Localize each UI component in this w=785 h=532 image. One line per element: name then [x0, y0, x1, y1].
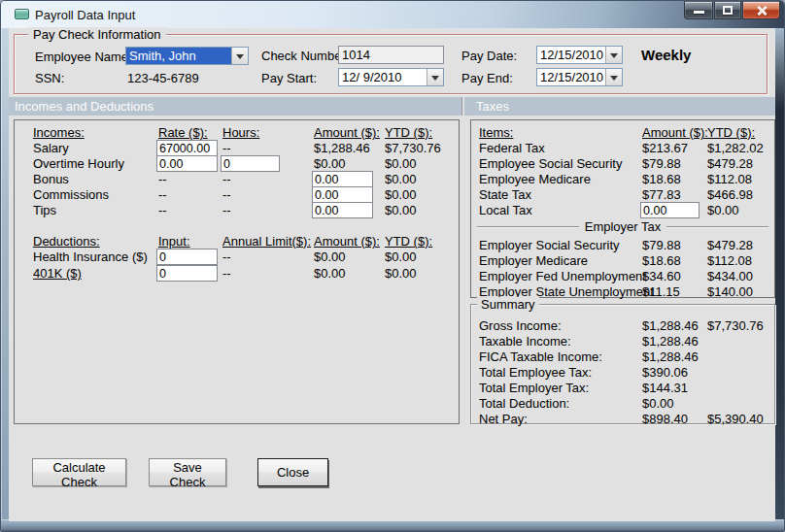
taxes-section-title: Taxes [476, 99, 509, 114]
check-number-label: Check Number: [261, 49, 349, 63]
ytd-col-header: YTD ($): [385, 125, 432, 140]
salary-rate-input[interactable] [156, 140, 218, 156]
employee-medicare-ytd: $112.08 [707, 172, 752, 186]
health-insurance-input[interactable] [156, 249, 218, 265]
net-pay-label: Net Pay: [479, 412, 528, 426]
close-button[interactable]: Close [257, 458, 328, 486]
health-insurance-limit: -- [222, 249, 231, 264]
paycheck-group-label: Pay Check Information [28, 27, 166, 42]
overtime-amount: $0.00 [314, 156, 346, 171]
dropdown-arrow-icon[interactable] [605, 47, 622, 63]
check-number-field[interactable] [338, 46, 444, 64]
total-employer-tax-label: Total Employer Tax: [479, 381, 589, 395]
401k-label[interactable]: 401K ($) [33, 266, 82, 281]
bonus-ytd: $0.00 [385, 172, 417, 186]
employee-name-label: Employee Name: [35, 50, 132, 64]
total-deduction-amount: $0.00 [642, 396, 674, 411]
401k-ytd: $0.00 [385, 266, 417, 281]
employer-medicare-amount: $18.68 [642, 253, 681, 268]
total-deduction-label: Total Deduction: [479, 396, 569, 411]
bonus-label: Bonus [33, 172, 69, 186]
commissions-hours: -- [222, 187, 231, 202]
minimize-button[interactable] [684, 1, 713, 19]
overtime-label: Overtime Hourly [33, 156, 124, 171]
section-band-divider [461, 97, 464, 116]
commissions-amount-input[interactable] [312, 186, 373, 203]
pay-date-picker[interactable]: 12/15/2010 [536, 46, 623, 64]
title-bar[interactable]: Payroll Data Input [1, 1, 785, 28]
total-employer-tax-amount: $144.31 [642, 381, 688, 395]
employee-medicare-label: Employee Medicare [479, 172, 591, 186]
employer-state-unemployment-amount: $11.15 [642, 284, 680, 299]
tips-hours: -- [222, 203, 231, 217]
employee-ss-row: Employee Social Security $79.88 $479.28 [471, 156, 774, 172]
401k-input[interactable] [156, 265, 218, 282]
dropdown-arrow-icon[interactable] [605, 69, 622, 85]
employee-medicare-row: Employee Medicare $18.68 $112.08 [471, 172, 774, 187]
maximize-button[interactable] [714, 1, 741, 19]
employer-ss-amount: $79.88 [642, 238, 681, 252]
deductions-header-row: Deductions: Input: Annual Limit($): Amou… [15, 234, 459, 249]
401k-row: 401K ($) -- $0.00 $0.00 [15, 266, 459, 282]
fica-taxable-income-label: FICA Taxable Income: [479, 349, 602, 364]
tips-amount-input[interactable] [312, 202, 373, 218]
bonus-amount-input[interactable] [312, 171, 373, 187]
bonus-rate: -- [158, 172, 167, 186]
pay-start-label: Pay Start: [261, 71, 317, 85]
employer-fed-unemployment-row: Employer Fed Unemployment $34.60 $434.00 [471, 269, 774, 284]
employer-fed-unemployment-amount: $34.60 [642, 269, 681, 283]
tax-ytd-col-header: YTD ($): [707, 125, 755, 140]
dropdown-arrow-icon[interactable] [427, 69, 443, 85]
window-title: Payroll Data Input [35, 8, 135, 22]
employer-medicare-row: Employer Medicare $18.68 $112.08 [471, 253, 774, 269]
total-employee-tax-label: Total Employee Tax: [479, 365, 592, 380]
employer-tax-heading: Employer Tax [585, 219, 662, 234]
close-window-button[interactable] [742, 1, 780, 19]
taxable-income-label: Taxable Income: [479, 334, 571, 349]
gross-income-row: Gross Income: $1,288.46 $7,730.76 [471, 318, 774, 334]
deductions-col-header: Deductions: [33, 234, 100, 249]
employee-medicare-amount: $18.68 [642, 172, 681, 186]
summary-group: Summary Gross Income: $1,288.46 $7,730.7… [470, 304, 775, 424]
pay-frequency-label: Weekly [641, 47, 691, 63]
ded-ytd-col-header: YTD ($): [385, 234, 432, 249]
bonus-hours: -- [222, 172, 231, 186]
calculate-check-button[interactable]: Calculate Check [32, 458, 126, 486]
state-tax-amount: $77.83 [642, 187, 681, 202]
pay-start-value: 12/ 9/2010 [339, 69, 427, 85]
local-tax-input[interactable] [640, 202, 700, 218]
federal-tax-amount: $213.67 [642, 141, 688, 155]
tips-label: Tips [33, 203, 56, 217]
employer-medicare-label: Employer Medicare [479, 253, 588, 268]
pay-start-picker[interactable]: 12/ 9/2010 [338, 68, 444, 86]
salary-row: Salary -- $1,288.46 $7,730.76 [15, 141, 459, 156]
incomes-col-header: Incomes: [33, 125, 85, 140]
employee-ss-label: Employee Social Security [479, 156, 622, 171]
employer-ss-ytd: $479.28 [707, 238, 753, 252]
rate-col-header: Rate ($): [158, 125, 208, 140]
items-col-header: Items: [479, 125, 513, 140]
employee-name-combobox[interactable]: Smith, John [125, 47, 249, 65]
net-pay-row: Net Pay: $898.40 $5,390.40 [471, 412, 774, 427]
state-tax-label: State Tax [479, 187, 531, 202]
tips-rate: -- [158, 203, 167, 217]
incomes-header-row: Incomes: Rate ($): Hours: Amount ($): YT… [15, 125, 459, 141]
overtime-rate-input[interactable] [156, 155, 218, 172]
dropdown-arrow-icon[interactable] [231, 48, 248, 64]
close-icon [756, 6, 768, 16]
health-insurance-ytd: $0.00 [385, 249, 417, 264]
local-tax-row: Local Tax $0.00 [471, 203, 774, 218]
pay-date-label: Pay Date: [461, 49, 517, 63]
employer-state-unemployment-ytd: $140.00 [707, 284, 753, 299]
pay-end-picker[interactable]: 12/15/2010 [536, 68, 623, 86]
employer-fed-unemployment-label: Employer Fed Unemployment [479, 269, 646, 283]
save-check-button[interactable]: Save Check [149, 458, 226, 486]
overtime-hours-input[interactable] [221, 155, 280, 172]
input-col-header: Input: [158, 234, 190, 249]
taxable-income-amount: $1,288.46 [642, 334, 699, 349]
employee-name-value: Smith, John [126, 48, 231, 64]
taxable-income-row: Taxable Income: $1,288.46 [471, 334, 774, 349]
federal-tax-label: Federal Tax [479, 141, 545, 155]
divider-line [477, 226, 579, 227]
salary-hours: -- [222, 141, 231, 155]
